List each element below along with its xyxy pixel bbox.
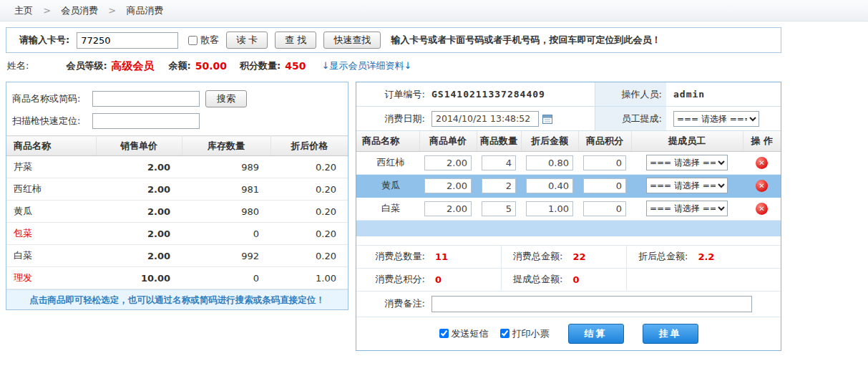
- discount-amount-input[interactable]: [526, 178, 573, 193]
- product-panel-note: 点击商品即可轻松选定，也可以通过名称或简码进行搜索或条码直接定位！: [6, 289, 348, 309]
- find-button[interactable]: 查 找: [275, 32, 316, 49]
- card-search-hint: 输入卡号或者卡面号码或者手机号码，按回车即可定位到此会员！: [391, 34, 660, 47]
- order-header-row-1: 订单编号: GS1410211337284409 操作人员: admin: [356, 82, 781, 107]
- send-sms-label: 发送短信: [452, 327, 489, 340]
- order-row[interactable]: 黄瓜 === 请选择 === ✕: [356, 174, 781, 197]
- product-stock: 0: [182, 223, 270, 245]
- product-row[interactable]: 包菜 2.00 0 0.20: [6, 223, 348, 245]
- discount-amount-input[interactable]: [526, 201, 573, 216]
- breadcrumb-separator: >: [43, 5, 51, 16]
- summary-row-2: 消费总积分: 0 提成总金额: 0: [356, 269, 781, 292]
- send-sms-checkbox[interactable]: [439, 329, 449, 338]
- total-amount-label: 消费总金额:: [513, 250, 562, 263]
- product-stock: 981: [182, 178, 270, 201]
- product-price: 2.00: [96, 178, 182, 201]
- product-name: 白菜: [6, 245, 96, 267]
- total-qty-value: 11: [435, 251, 448, 262]
- product-price: 2.00: [96, 245, 182, 267]
- product-price: 2.00: [96, 156, 182, 178]
- print-ticket-option[interactable]: 打印小票: [500, 327, 550, 340]
- unit-price-input[interactable]: [424, 201, 472, 216]
- product-discount: 0.20: [270, 223, 348, 245]
- total-amount-value: 22: [572, 251, 585, 262]
- order-row[interactable]: 白菜 === 请选择 === ✕: [356, 197, 781, 220]
- quantity-input[interactable]: [482, 155, 516, 170]
- breadcrumb-product-consume[interactable]: 商品消费: [126, 5, 163, 16]
- product-search-button[interactable]: 搜索: [205, 90, 247, 107]
- remark-input[interactable]: [431, 296, 752, 312]
- product-search-input[interactable]: [92, 91, 200, 107]
- hold-order-button[interactable]: 挂单: [643, 324, 698, 344]
- product-row[interactable]: 芹菜 2.00 989 0.20: [6, 156, 348, 178]
- delete-row-icon[interactable]: ✕: [756, 180, 768, 192]
- row-commission-select[interactable]: === 请选择 ===: [646, 155, 728, 170]
- breadcrumb-separator: >: [108, 5, 116, 16]
- row-commission-select[interactable]: === 请选择 ===: [646, 201, 728, 216]
- product-table-header: 商品名称 销售单价 库存数量 折后价格: [6, 136, 348, 156]
- casual-guest-checkbox[interactable]: [188, 36, 198, 45]
- commission-total-value: 0: [572, 274, 579, 285]
- col-operation: 操 作: [743, 131, 781, 151]
- consume-date-input[interactable]: [431, 111, 539, 127]
- card-number-input[interactable]: [77, 32, 178, 49]
- total-points-value: 0: [435, 274, 442, 285]
- product-discount: 0.20: [270, 201, 348, 223]
- breadcrumb-home[interactable]: 主页: [14, 5, 33, 16]
- quantity-input[interactable]: [482, 178, 516, 193]
- calendar-icon[interactable]: [542, 113, 553, 125]
- order-table: 商品名称 商品单价 商品数量 折后金额 商品积分 提成员工 操 作 西红柿: [356, 131, 781, 221]
- product-name: 包菜: [6, 223, 96, 245]
- order-product-name: 黄瓜: [356, 174, 419, 197]
- points-label: 积分数量:: [240, 59, 281, 72]
- unit-price-input[interactable]: [424, 155, 472, 170]
- product-stock: 980: [182, 201, 270, 223]
- settle-button[interactable]: 结算: [568, 324, 624, 344]
- balance-value: 50.00: [195, 60, 227, 72]
- quick-find-button[interactable]: 快速查找: [323, 32, 381, 49]
- scan-input[interactable]: [92, 113, 200, 129]
- breadcrumb-member-consume[interactable]: 会员消费: [61, 5, 98, 16]
- member-name-label: 姓名:: [7, 59, 29, 72]
- product-search-label: 商品名称或简码:: [12, 92, 92, 105]
- row-commission-select[interactable]: === 请选择 ===: [646, 178, 728, 193]
- card-number-label: 请输入卡号:: [19, 34, 69, 47]
- casual-guest-option[interactable]: 散客: [188, 34, 219, 47]
- order-no-value: GS1410211337284409: [431, 89, 545, 100]
- casual-guest-label: 散客: [200, 34, 219, 47]
- points-input[interactable]: [583, 155, 626, 170]
- product-row[interactable]: 西红柿 2.00 981 0.20: [6, 178, 348, 201]
- member-level-value: 高级会员: [112, 59, 155, 73]
- main-content: 商品名称或简码: 搜索 扫描枪快速定位: 商品名称 销售单价 库存数量 折后价: [6, 82, 868, 351]
- delete-row-icon[interactable]: ✕: [756, 203, 768, 215]
- product-row[interactable]: 理发 10.00 0 1.00: [6, 267, 348, 289]
- unit-price-input[interactable]: [424, 178, 472, 193]
- col-unit-price: 商品单价: [419, 131, 477, 151]
- product-row[interactable]: 白菜 2.00 992 0.20: [6, 245, 348, 267]
- product-name: 西红柿: [6, 178, 96, 201]
- print-ticket-checkbox[interactable]: [500, 329, 509, 338]
- col-stock: 库存数量: [182, 136, 270, 156]
- col-quantity: 商品数量: [477, 131, 521, 151]
- col-commission-employee: 提成员工: [631, 131, 743, 151]
- points-input[interactable]: [583, 201, 626, 216]
- discount-amount-input[interactable]: [526, 155, 573, 170]
- points-input[interactable]: [583, 178, 626, 193]
- operator-value: admin: [673, 89, 705, 100]
- product-row[interactable]: 黄瓜 2.00 980 0.20: [6, 201, 348, 223]
- scan-label: 扫描枪快速定位:: [12, 115, 92, 127]
- delete-row-icon[interactable]: ✕: [756, 157, 768, 169]
- send-sms-option[interactable]: 发送短信: [439, 327, 489, 340]
- page: 主页 > 会员消费 > 商品消费 请输入卡号: 散客 读 卡 查 找 快速查找 …: [0, 0, 868, 351]
- product-name: 黄瓜: [6, 201, 96, 223]
- total-points-label: 消费总积分:: [356, 273, 425, 286]
- quantity-input[interactable]: [482, 201, 516, 216]
- product-discount: 0.20: [270, 156, 348, 178]
- selection-strip: [356, 221, 781, 236]
- order-row[interactable]: 西红柿 === 请选择 === ✕: [356, 151, 781, 174]
- product-panel: 商品名称或简码: 搜索 扫描枪快速定位: 商品名称 销售单价 库存数量 折后价: [6, 82, 348, 310]
- points-value: 450: [285, 60, 306, 72]
- operator-label: 操作人员:: [622, 88, 662, 101]
- show-member-detail-link[interactable]: ↓显示会员详细资料↓: [322, 59, 412, 72]
- read-card-button[interactable]: 读 卡: [226, 32, 268, 49]
- commission-select[interactable]: === 请选择 ===: [673, 111, 759, 127]
